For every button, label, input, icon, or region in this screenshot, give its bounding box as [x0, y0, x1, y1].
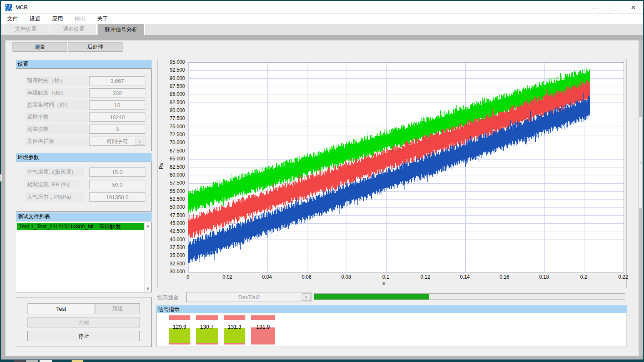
postprocess-button[interactable]: 后处理 [68, 42, 122, 52]
file-list-scrollbar[interactable]: ∧ ∨ [144, 222, 151, 292]
file-list-header: 测试文件列表 [16, 212, 152, 221]
y-tick-label: 82.500 [157, 100, 185, 105]
taskbar-icon-fragment [26, 360, 38, 362]
new-button[interactable]: 新建 [95, 303, 140, 314]
y-tick-label: 80.000 [157, 107, 185, 113]
environment-groupbox: 空气温度, t(摄氏度) 15.0 相对湿度, RH (%) 50.0 大气压力… [16, 162, 152, 212]
tab-bar: 文档设置 通道设置 脉冲信号分析 [1, 24, 643, 35]
tab-channel-settings[interactable]: 通道设置 [51, 24, 97, 34]
menu-item-about[interactable]: 关于 [91, 15, 114, 22]
taskbar-icon-fragment [72, 360, 83, 362]
side-splitter: < [639, 40, 643, 356]
x-tick-label: 0.16 [494, 274, 515, 280]
y-tick-label: 30.000 [157, 269, 185, 275]
close-button[interactable]: ✕ [624, 1, 643, 13]
acquisition-progress-bar [314, 293, 625, 300]
filename-ext-dropdown[interactable]: 时间字符 ∨ [89, 137, 145, 146]
indicator-channel-label: 指示通道 [157, 294, 179, 302]
splitter-collapse-handle[interactable]: < [639, 117, 643, 208]
chevron-down-icon[interactable]: ∨ [135, 138, 144, 145]
indicator-channel-dropdown[interactable]: Dev7/ai2 ∨ [186, 292, 312, 302]
air-temp-field[interactable]: 15.0 [89, 167, 145, 177]
signal-meter-2: 130.7 [196, 315, 218, 345]
y-tick-label: 40.000 [157, 237, 185, 242]
field-label-sample-count: 采样个数 [25, 112, 88, 122]
y-tick-label: 85.000 [157, 91, 185, 97]
stop-button[interactable]: 停止 [27, 331, 140, 341]
y-tick-label: 67.500 [157, 148, 185, 154]
file-list-row-selected[interactable]: Test 1_Test_211215114800_blt 等待触发 [17, 223, 145, 230]
field-label-filename-ext: 文件名扩展 [25, 137, 88, 146]
waveform-chart: Pa s 95.00092.50090.00087.50085.00082.50… [157, 59, 627, 288]
title-bar: MCR — ▢ ✕ [1, 1, 643, 13]
x-tick-label: 0 [177, 274, 198, 280]
field-label-air-temp: 空气温度, t(摄氏度) [25, 167, 84, 177]
field-label-prerecord: 预录时长（秒） [25, 76, 88, 85]
menu-item-file[interactable]: 文件 [1, 15, 24, 22]
y-tick-label: 70.000 [157, 140, 185, 145]
meter-value: 131.9 [251, 324, 275, 330]
measure-button[interactable]: 测量 [12, 42, 67, 52]
meter-value: 129.9 [169, 324, 190, 330]
file-status: 等待触发 [99, 223, 121, 230]
y-tick-label: 50.000 [157, 204, 185, 210]
meter-peak-bar [169, 315, 190, 320]
y-tick-label: 65.000 [157, 156, 185, 162]
y-tick-label: 62.500 [157, 164, 185, 170]
x-tick-label: 0.08 [336, 274, 357, 280]
field-label-trigger-level: 声级触发（dB） [25, 88, 88, 97]
menu-bar: 文件 设置 应用 输出 关于 [1, 13, 643, 24]
meter-level-block [251, 327, 275, 345]
signal-header: 信号指示 [156, 305, 627, 314]
pressure-field[interactable]: 101350.0 [89, 192, 145, 202]
meter-value: 130.7 [196, 324, 218, 330]
tab-document-settings[interactable]: 文档设置 [2, 24, 50, 34]
total-time-field[interactable]: 10 [89, 100, 145, 110]
y-tick-label: 47.500 [157, 212, 185, 218]
menu-item-output[interactable]: 输出 [69, 15, 91, 22]
y-tick-label: 42.500 [157, 228, 185, 234]
y-tick-label: 92.500 [157, 67, 185, 73]
y-tick-label: 57.500 [157, 180, 185, 186]
plot-area [188, 62, 624, 272]
x-tick-label: 0.18 [534, 274, 554, 280]
meter-under-strip [224, 343, 245, 345]
menu-item-settings[interactable]: 设置 [24, 15, 46, 22]
run-controls-box: Test 新建 开始 停止 [16, 297, 152, 347]
chevron-down-icon[interactable]: ∨ [302, 293, 311, 301]
x-axis-label: s [382, 280, 385, 286]
meter-value: 131.3 [224, 324, 245, 330]
field-label-measure-count: 测量次数 [25, 125, 88, 134]
menu-item-apply[interactable]: 应用 [46, 15, 69, 22]
meter-peak-bar [196, 315, 218, 320]
settings-groupbox: 预录时长（秒） 3.667 声级触发（dB） 200 总采集时间（秒） 10 采… [16, 68, 152, 151]
meter-under-strip [169, 343, 190, 345]
humidity-field[interactable]: 50.0 [89, 180, 145, 189]
y-tick-label: 77.500 [157, 115, 185, 121]
y-tick-label: 37.500 [157, 245, 185, 250]
maximize-button[interactable]: ▢ [604, 1, 624, 13]
taskbar-icon-fragment [40, 360, 52, 362]
measure-count-field[interactable]: 3 [89, 125, 145, 134]
y-tick-label: 75.000 [157, 124, 185, 130]
settings-header: 设置 [16, 60, 152, 68]
progress-fill [314, 294, 429, 300]
y-tick-label: 95.000 [157, 59, 185, 65]
signal-meter-3: 131.3 [224, 315, 245, 345]
filename-ext-value: 时间字符 [107, 137, 128, 145]
meter-level-block [196, 328, 218, 343]
trigger-level-field[interactable]: 200 [89, 88, 145, 97]
sample-count-field[interactable]: 10240 [89, 112, 145, 122]
test-name-field[interactable]: Test [27, 303, 95, 314]
prerecord-duration-field[interactable]: 3.667 [89, 76, 145, 85]
minimize-button[interactable]: — [585, 1, 604, 13]
scroll-up-icon[interactable]: ∧ [145, 222, 151, 229]
scroll-down-icon[interactable]: ∨ [145, 285, 151, 292]
tab-pulse-analysis[interactable]: 脉冲信号分析 [98, 24, 145, 35]
y-tick-label: 35.000 [157, 252, 185, 258]
start-button[interactable]: 开始 [27, 317, 140, 327]
meter-level-block [224, 328, 245, 343]
left-collapse-handle[interactable] [0, 174, 3, 182]
file-name: Test 1_Test_211215114800_blt [19, 223, 99, 230]
field-label-total-time: 总采集时间（秒） [25, 100, 88, 110]
